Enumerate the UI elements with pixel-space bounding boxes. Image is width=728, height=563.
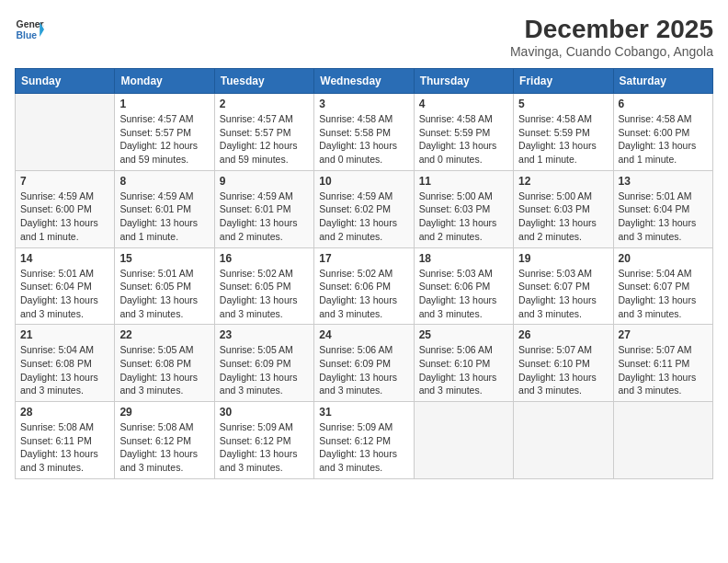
- day-number: 11: [419, 175, 508, 188]
- calendar-cell: 14Sunrise: 5:01 AM Sunset: 6:04 PM Dayli…: [16, 247, 115, 325]
- day-number: 12: [518, 175, 608, 188]
- column-header-thursday: Thursday: [414, 69, 513, 94]
- calendar-cell: 8Sunrise: 4:59 AM Sunset: 6:01 PM Daylig…: [115, 170, 214, 247]
- day-info: Sunrise: 5:08 AM Sunset: 6:12 PM Dayligh…: [119, 420, 209, 475]
- page-title: December 2025: [510, 15, 713, 44]
- day-number: 26: [518, 328, 608, 341]
- day-info: Sunrise: 5:07 AM Sunset: 6:10 PM Dayligh…: [518, 343, 608, 397]
- day-number: 13: [619, 175, 708, 188]
- calendar-cell: 16Sunrise: 5:02 AM Sunset: 6:05 PM Dayli…: [214, 247, 313, 325]
- column-header-sunday: Sunday: [16, 69, 115, 94]
- day-number: 1: [119, 98, 209, 110]
- logo: General Blue: [15, 15, 44, 44]
- calendar-cell: 26Sunrise: 5:07 AM Sunset: 6:10 PM Dayli…: [514, 325, 613, 402]
- calendar-cell: 30Sunrise: 5:09 AM Sunset: 6:12 PM Dayli…: [214, 402, 313, 479]
- calendar-cell: 17Sunrise: 5:02 AM Sunset: 6:06 PM Dayli…: [314, 247, 414, 325]
- day-number: 24: [319, 328, 408, 341]
- day-info: Sunrise: 5:09 AM Sunset: 6:12 PM Dayligh…: [319, 420, 408, 475]
- calendar-cell: 31Sunrise: 5:09 AM Sunset: 6:12 PM Dayli…: [314, 402, 414, 479]
- calendar-cell: [514, 402, 613, 479]
- day-info: Sunrise: 4:57 AM Sunset: 5:57 PM Dayligh…: [119, 112, 209, 167]
- calendar-cell: 28Sunrise: 5:08 AM Sunset: 6:11 PM Dayli…: [16, 402, 115, 479]
- day-number: 25: [419, 328, 508, 341]
- page-subtitle: Mavinga, Cuando Cobango, Angola: [510, 44, 713, 59]
- week-row-1: 1Sunrise: 4:57 AM Sunset: 5:57 PM Daylig…: [16, 94, 713, 171]
- day-info: Sunrise: 5:08 AM Sunset: 6:11 PM Dayligh…: [20, 420, 109, 475]
- calendar-cell: 15Sunrise: 5:01 AM Sunset: 6:05 PM Dayli…: [115, 247, 214, 325]
- day-info: Sunrise: 5:00 AM Sunset: 6:03 PM Dayligh…: [419, 190, 508, 244]
- page-header: General Blue December 2025 Mavinga, Cuan…: [15, 15, 713, 59]
- day-info: Sunrise: 5:02 AM Sunset: 6:05 PM Dayligh…: [220, 267, 309, 321]
- calendar-cell: 25Sunrise: 5:06 AM Sunset: 6:10 PM Dayli…: [414, 325, 513, 402]
- column-header-tuesday: Tuesday: [214, 69, 313, 94]
- calendar-cell: 13Sunrise: 5:01 AM Sunset: 6:04 PM Dayli…: [613, 170, 712, 247]
- calendar-cell: 22Sunrise: 5:05 AM Sunset: 6:08 PM Dayli…: [115, 325, 214, 402]
- calendar-body: 1Sunrise: 4:57 AM Sunset: 5:57 PM Daylig…: [16, 94, 713, 479]
- column-header-friday: Friday: [514, 69, 613, 94]
- week-row-5: 28Sunrise: 5:08 AM Sunset: 6:11 PM Dayli…: [16, 402, 713, 479]
- day-number: 30: [220, 406, 309, 419]
- week-row-4: 21Sunrise: 5:04 AM Sunset: 6:08 PM Dayli…: [16, 325, 713, 402]
- day-number: 17: [319, 252, 408, 265]
- day-info: Sunrise: 4:58 AM Sunset: 6:00 PM Dayligh…: [619, 112, 708, 167]
- day-info: Sunrise: 4:59 AM Sunset: 6:01 PM Dayligh…: [119, 190, 209, 244]
- day-info: Sunrise: 5:06 AM Sunset: 6:10 PM Dayligh…: [419, 343, 508, 397]
- day-info: Sunrise: 5:04 AM Sunset: 6:07 PM Dayligh…: [619, 267, 708, 321]
- calendar-cell: 2Sunrise: 4:57 AM Sunset: 5:57 PM Daylig…: [214, 94, 313, 171]
- day-number: 10: [319, 175, 408, 188]
- day-number: 8: [119, 175, 209, 188]
- calendar-cell: 9Sunrise: 4:59 AM Sunset: 6:01 PM Daylig…: [214, 170, 313, 247]
- column-header-wednesday: Wednesday: [314, 69, 414, 94]
- day-info: Sunrise: 5:02 AM Sunset: 6:06 PM Dayligh…: [319, 267, 408, 321]
- day-info: Sunrise: 5:03 AM Sunset: 6:07 PM Dayligh…: [518, 267, 608, 321]
- svg-text:Blue: Blue: [17, 30, 38, 40]
- day-number: 22: [119, 328, 209, 341]
- day-number: 9: [220, 175, 309, 188]
- day-info: Sunrise: 5:04 AM Sunset: 6:08 PM Dayligh…: [20, 343, 109, 397]
- day-info: Sunrise: 5:01 AM Sunset: 6:04 PM Dayligh…: [619, 190, 708, 244]
- day-info: Sunrise: 5:01 AM Sunset: 6:04 PM Dayligh…: [20, 267, 109, 321]
- day-info: Sunrise: 4:59 AM Sunset: 6:00 PM Dayligh…: [20, 190, 109, 244]
- day-number: 3: [319, 98, 408, 110]
- calendar-cell: 12Sunrise: 5:00 AM Sunset: 6:03 PM Dayli…: [514, 170, 613, 247]
- logo-icon: General Blue: [15, 15, 44, 44]
- calendar-cell: 20Sunrise: 5:04 AM Sunset: 6:07 PM Dayli…: [613, 247, 712, 325]
- day-number: 18: [419, 252, 508, 265]
- day-number: 20: [619, 252, 708, 265]
- day-info: Sunrise: 5:00 AM Sunset: 6:03 PM Dayligh…: [518, 190, 608, 244]
- calendar-cell: 27Sunrise: 5:07 AM Sunset: 6:11 PM Dayli…: [613, 325, 712, 402]
- day-number: 5: [518, 98, 608, 110]
- calendar-cell: [613, 402, 712, 479]
- day-info: Sunrise: 4:58 AM Sunset: 5:58 PM Dayligh…: [319, 112, 408, 167]
- day-number: 28: [20, 406, 109, 419]
- calendar-cell: 11Sunrise: 5:00 AM Sunset: 6:03 PM Dayli…: [414, 170, 513, 247]
- title-block: December 2025 Mavinga, Cuando Cobango, A…: [510, 15, 713, 59]
- calendar-cell: 6Sunrise: 4:58 AM Sunset: 6:00 PM Daylig…: [613, 94, 712, 171]
- calendar-cell: 23Sunrise: 5:05 AM Sunset: 6:09 PM Dayli…: [214, 325, 313, 402]
- calendar-cell: 1Sunrise: 4:57 AM Sunset: 5:57 PM Daylig…: [115, 94, 214, 171]
- day-number: 19: [518, 252, 608, 265]
- day-info: Sunrise: 4:58 AM Sunset: 5:59 PM Dayligh…: [419, 112, 508, 167]
- column-header-saturday: Saturday: [613, 69, 712, 94]
- day-number: 27: [619, 328, 708, 341]
- day-number: 14: [20, 252, 109, 265]
- day-number: 31: [319, 406, 408, 419]
- calendar-cell: 24Sunrise: 5:06 AM Sunset: 6:09 PM Dayli…: [314, 325, 414, 402]
- day-info: Sunrise: 4:59 AM Sunset: 6:02 PM Dayligh…: [319, 190, 408, 244]
- calendar-cell: 7Sunrise: 4:59 AM Sunset: 6:00 PM Daylig…: [16, 170, 115, 247]
- week-row-2: 7Sunrise: 4:59 AM Sunset: 6:00 PM Daylig…: [16, 170, 713, 247]
- day-info: Sunrise: 5:09 AM Sunset: 6:12 PM Dayligh…: [220, 420, 309, 475]
- day-info: Sunrise: 5:03 AM Sunset: 6:06 PM Dayligh…: [419, 267, 508, 321]
- calendar-cell: 5Sunrise: 4:58 AM Sunset: 5:59 PM Daylig…: [514, 94, 613, 171]
- calendar-table: SundayMondayTuesdayWednesdayThursdayFrid…: [15, 68, 713, 479]
- day-info: Sunrise: 5:05 AM Sunset: 6:09 PM Dayligh…: [220, 343, 309, 397]
- day-info: Sunrise: 4:59 AM Sunset: 6:01 PM Dayligh…: [220, 190, 309, 244]
- day-info: Sunrise: 4:58 AM Sunset: 5:59 PM Dayligh…: [518, 112, 608, 167]
- day-number: 16: [220, 252, 309, 265]
- calendar-cell: [414, 402, 513, 479]
- column-header-monday: Monday: [115, 69, 214, 94]
- day-number: 6: [619, 98, 708, 110]
- calendar-cell: 18Sunrise: 5:03 AM Sunset: 6:06 PM Dayli…: [414, 247, 513, 325]
- day-number: 23: [220, 328, 309, 341]
- calendar-cell: 10Sunrise: 4:59 AM Sunset: 6:02 PM Dayli…: [314, 170, 414, 247]
